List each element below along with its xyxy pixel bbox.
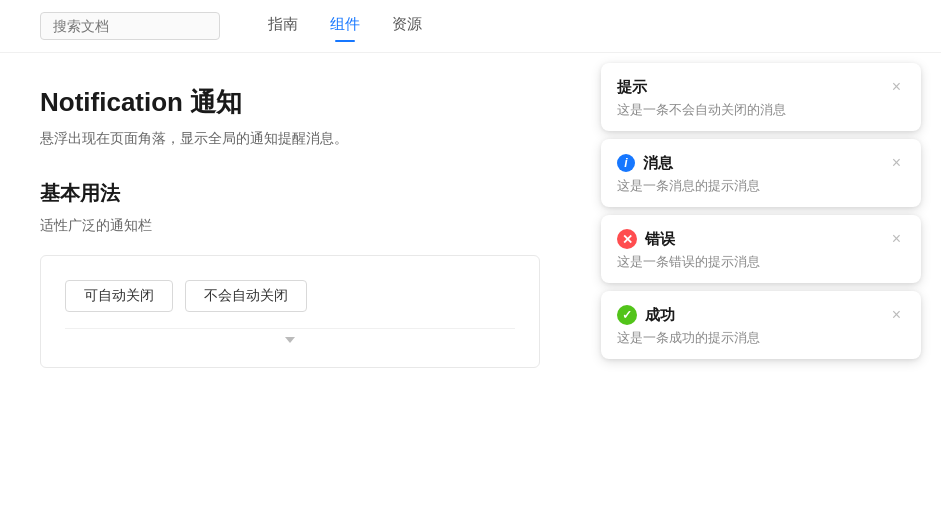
notif-tip-header: 提示 × — [617, 77, 905, 97]
demo-buttons: 可自动关闭 不会自动关闭 — [65, 280, 515, 312]
header: 指南 组件 资源 — [0, 0, 941, 53]
notif-error-close[interactable]: × — [888, 229, 905, 249]
notif-tip-body: 这是一条不会自动关闭的消息 — [617, 101, 905, 119]
doc-content: Notification 通知 悬浮出现在页面角落，显示全局的通知提醒消息。 基… — [0, 53, 580, 400]
notif-error-title-text: 错误 — [645, 230, 675, 249]
notif-info-body: 这是一条消息的提示消息 — [617, 177, 905, 195]
notif-success-header: ✓ 成功 × — [617, 305, 905, 325]
auto-close-button[interactable]: 可自动关闭 — [65, 280, 173, 312]
demo-box: 可自动关闭 不会自动关闭 — [40, 255, 540, 368]
notif-error-title: ✕ 错误 — [617, 229, 675, 249]
nav-bar: 指南 组件 资源 — [268, 15, 422, 38]
search-input[interactable] — [40, 12, 220, 40]
demo-footer — [65, 328, 515, 343]
notif-error-body: 这是一条错误的提示消息 — [617, 253, 905, 271]
nav-item-resource[interactable]: 资源 — [392, 15, 422, 38]
notification-success: ✓ 成功 × 这是一条成功的提示消息 — [601, 291, 921, 359]
success-icon: ✓ — [617, 305, 637, 325]
notif-success-body: 这是一条成功的提示消息 — [617, 329, 905, 347]
notif-success-title: ✓ 成功 — [617, 305, 675, 325]
notif-success-close[interactable]: × — [888, 305, 905, 325]
notification-panel: 提示 × 这是一条不会自动关闭的消息 i 消息 × 这是一条消息的提示消息 ✕ … — [601, 53, 921, 359]
notification-info: i 消息 × 这是一条消息的提示消息 — [601, 139, 921, 207]
no-auto-close-button[interactable]: 不会自动关闭 — [185, 280, 307, 312]
notification-error: ✕ 错误 × 这是一条错误的提示消息 — [601, 215, 921, 283]
notif-info-header: i 消息 × — [617, 153, 905, 173]
section-desc: 适性广泛的通知栏 — [40, 217, 540, 235]
notif-tip-close[interactable]: × — [888, 77, 905, 97]
page-subtitle: 悬浮出现在页面角落，显示全局的通知提醒消息。 — [40, 130, 540, 148]
section-title: 基本用法 — [40, 180, 540, 207]
notif-info-close[interactable]: × — [888, 153, 905, 173]
notif-error-header: ✕ 错误 × — [617, 229, 905, 249]
nav-item-component[interactable]: 组件 — [330, 15, 360, 38]
error-icon: ✕ — [617, 229, 637, 249]
notif-success-title-text: 成功 — [645, 306, 675, 325]
chevron-down-icon — [285, 337, 295, 343]
notif-info-title: i 消息 — [617, 154, 673, 173]
info-icon: i — [617, 154, 635, 172]
notif-tip-title: 提示 — [617, 78, 647, 97]
notification-tip: 提示 × 这是一条不会自动关闭的消息 — [601, 63, 921, 131]
nav-item-guide[interactable]: 指南 — [268, 15, 298, 38]
notif-info-title-text: 消息 — [643, 154, 673, 173]
main-content: Notification 通知 悬浮出现在页面角落，显示全局的通知提醒消息。 基… — [0, 53, 941, 400]
page-title: Notification 通知 — [40, 85, 540, 120]
